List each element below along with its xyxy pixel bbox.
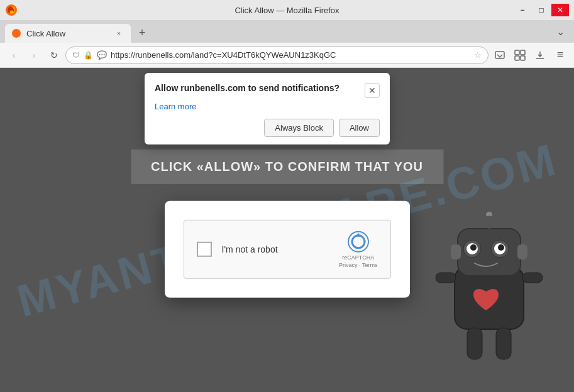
tab-label: Click Allow — [26, 29, 65, 38]
new-tab-button[interactable]: + — [133, 24, 151, 41]
notification-close-button[interactable]: ✕ — [365, 83, 380, 98]
reload-button[interactable]: ↻ — [45, 46, 63, 64]
navbar: ‹ › ↻ 🛡 🔒 💬 https://runbenells.com/land?… — [0, 43, 574, 68]
recaptcha-label: reCAPTCHA — [342, 254, 374, 261]
svg-rect-7 — [521, 56, 525, 60]
svg-rect-23 — [517, 244, 527, 259]
notification-title: Allow runbenells.com to send notificatio… — [155, 83, 365, 93]
url-text: https://runbenells.com/land?c=XU4DtT6kQY… — [111, 50, 470, 60]
bookmark-star-icon[interactable]: ☆ — [474, 50, 482, 60]
forward-button[interactable]: › — [25, 46, 43, 64]
svg-point-2 — [12, 29, 21, 38]
notification-header: Allow runbenells.com to send notificatio… — [155, 83, 380, 98]
learn-more-link[interactable]: Learn more — [155, 102, 380, 111]
pocket-button[interactable] — [491, 46, 509, 64]
separator: · — [359, 262, 361, 268]
captcha-checkbox[interactable] — [197, 242, 212, 257]
minimize-button[interactable]: − — [514, 4, 531, 16]
privacy-link[interactable]: Privacy — [339, 262, 358, 268]
captcha-modal: I'm not a robot reCAPTCHA Privacy · Term… — [165, 201, 410, 298]
terms-link[interactable]: Terms — [362, 262, 378, 268]
svg-point-12 — [470, 244, 477, 251]
notification-popup: Allow runbenells.com to send notificatio… — [145, 73, 390, 144]
captcha-label: I'm not a robot — [222, 244, 329, 254]
recaptcha-logo-icon — [347, 231, 370, 253]
svg-rect-19 — [522, 273, 543, 283]
shield-icon: 🛡 — [72, 51, 80, 60]
svg-rect-20 — [467, 328, 482, 359]
robot-character — [423, 191, 561, 392]
recaptcha-links: Privacy · Terms — [339, 262, 377, 268]
maximize-button[interactable]: □ — [533, 4, 550, 16]
active-tab[interactable]: Click Allow × — [5, 24, 131, 43]
tab-close-button[interactable]: × — [113, 28, 124, 39]
always-block-button[interactable]: Always Block — [264, 119, 334, 137]
nav-right-icons: ≡ — [491, 46, 569, 64]
recaptcha-branding: reCAPTCHA Privacy · Terms — [339, 231, 377, 268]
svg-rect-5 — [521, 50, 525, 55]
address-bar[interactable]: 🛡 🔒 💬 https://runbenells.com/land?c=XU4D… — [65, 46, 488, 64]
menu-button[interactable]: ≡ — [551, 46, 569, 64]
window-controls: − □ ✕ — [514, 4, 569, 16]
svg-rect-22 — [451, 244, 461, 259]
extensions-button[interactable] — [511, 46, 529, 64]
window-title: Click Allow — Mozilla Firefox — [235, 6, 339, 15]
page-headline: CLICK «ALLOW» TO CONFIRM THAT YOU — [131, 150, 443, 184]
allow-button[interactable]: Allow — [339, 119, 380, 137]
tabbar: Click Allow × + ⌄ — [0, 20, 574, 43]
back-button[interactable]: ‹ — [5, 46, 23, 64]
svg-rect-21 — [496, 328, 511, 359]
tab-favicon — [11, 28, 21, 38]
lock-icon: 🔒 — [84, 51, 93, 60]
titlebar: Click Allow — Mozilla Firefox − □ ✕ — [0, 0, 574, 20]
close-button[interactable]: ✕ — [551, 4, 569, 16]
svg-rect-18 — [436, 273, 456, 283]
tab-list-button[interactable]: ⌄ — [551, 23, 569, 40]
firefox-logo — [5, 4, 18, 16]
svg-rect-6 — [515, 56, 519, 60]
svg-rect-4 — [515, 50, 519, 55]
message-icon: 💬 — [97, 50, 107, 60]
captcha-box: I'm not a robot reCAPTCHA Privacy · Term… — [184, 220, 391, 279]
svg-point-15 — [498, 244, 504, 251]
page-content: MYANTISPYWARE.COM CLICK «ALLOW» TO CONFI… — [0, 68, 574, 392]
download-button[interactable] — [531, 46, 549, 64]
notification-buttons: Always Block Allow — [155, 119, 380, 137]
